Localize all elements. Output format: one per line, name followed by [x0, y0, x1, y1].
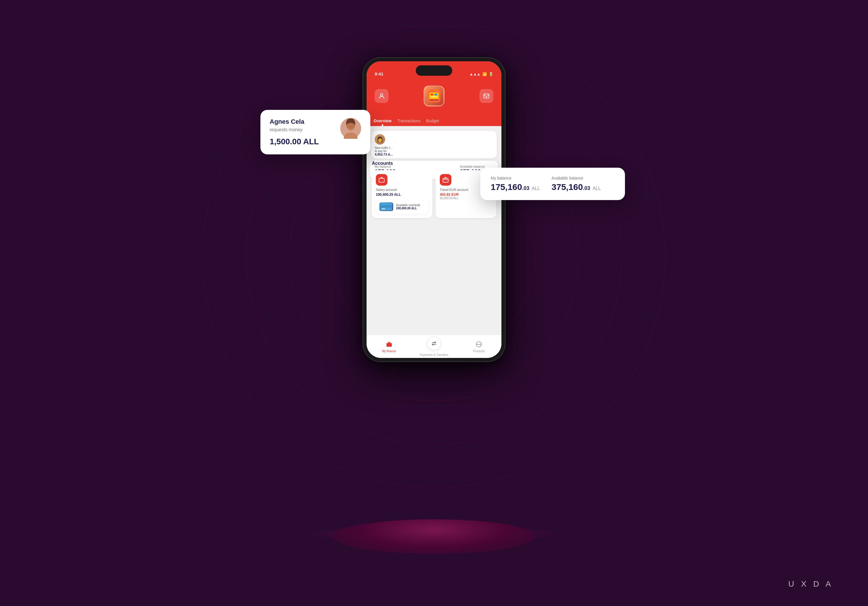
my-finance-icon — [385, 340, 393, 348]
phone-frame: 9:41 ▲▲▲ 📶 🔋 — [363, 58, 505, 362]
salary-account-amount: 100,400.25 ALL — [376, 193, 428, 196]
products-icon — [475, 340, 483, 348]
svg-point-0 — [380, 94, 383, 96]
floating-card-agnes: Agnes Cela requests money 1,500.00 ALL — [260, 110, 370, 155]
agnes-action: requests money — [270, 127, 336, 132]
balance-row: My balance 175,160.03 ALL Available bala… — [491, 176, 615, 192]
nav-my-finance-label: My finance — [382, 349, 396, 353]
overdraft-amount: 200,000.00 ALL — [396, 207, 420, 210]
profile-button[interactable] — [375, 89, 389, 103]
nav-products[interactable]: Products — [457, 340, 501, 353]
svg-rect-13 — [386, 343, 391, 347]
svg-rect-3 — [431, 94, 433, 96]
svg-rect-8 — [379, 178, 384, 182]
salary-account-card[interactable]: Salary account 100,400.25 ALL — [372, 170, 432, 218]
tab-budget[interactable]: Budget — [426, 119, 439, 126]
bottom-nav: My finance Payments & Transfers — [367, 335, 501, 358]
phone-header — [367, 79, 501, 113]
dynamic-island — [416, 65, 452, 76]
nav-center-transfer-button[interactable] — [427, 337, 441, 351]
my-balance-label: My balance — [491, 176, 540, 181]
nav-payments-label: Payments & Transfers — [420, 353, 448, 357]
uxda-logo: U X D A — [788, 580, 833, 589]
salary-account-name: Salary account — [376, 188, 428, 192]
svg-rect-6 — [429, 99, 439, 100]
svg-rect-10 — [380, 205, 392, 207]
travel-account-icon — [440, 174, 451, 186]
status-icons: ▲▲▲ 📶 🔋 — [469, 72, 493, 76]
message-button[interactable] — [479, 89, 493, 103]
svg-rect-5 — [431, 96, 437, 97]
available-balance-value: 375,160.03 ALL — [552, 182, 601, 192]
svg-rect-11 — [381, 208, 385, 209]
floating-card-balance: My balance 175,160.03 ALL Available bala… — [480, 168, 625, 200]
svg-rect-12 — [443, 178, 448, 182]
overdraft-card-image — [379, 203, 393, 211]
phone-wrapper: 9:41 ▲▲▲ 📶 🔋 — [350, 58, 518, 399]
account-cards-row: Salary account 100,400.25 ALL — [372, 170, 496, 218]
nav-my-finance[interactable]: My finance — [367, 340, 411, 353]
phone-screen: 9:41 ▲▲▲ 📶 🔋 — [367, 61, 501, 358]
notif-card: 👩 New traffic f... to pay for 4,952.73 A… — [371, 131, 497, 158]
overdraft-label: Available overdraft — [396, 204, 420, 207]
accounts-title: Accounts — [372, 161, 496, 166]
salary-account-icon — [376, 174, 388, 186]
agnes-name: Agnes Cela — [270, 118, 336, 125]
available-balance-label: Available balance — [552, 176, 601, 181]
notif-subtitle: to pay for — [375, 150, 493, 153]
tab-overview[interactable]: Overview — [374, 119, 391, 126]
available-balance-col: Available balance 375,160.03 ALL — [552, 176, 601, 192]
agnes-amount: 1,500.00 ALL — [270, 137, 336, 146]
svg-rect-2 — [429, 93, 439, 99]
nav-products-label: Products — [473, 349, 485, 353]
phone-tabs: Overview Transactions Budget — [367, 113, 501, 126]
nav-payments-wrapper: Payments & Transfers — [411, 337, 456, 357]
signal-icon: ▲▲▲ — [469, 72, 480, 76]
phone-content: 👩 New traffic f... to pay for 4,952.73 A… — [367, 126, 501, 335]
agnes-avatar — [340, 118, 361, 139]
center-banner-icon[interactable] — [423, 86, 445, 107]
pedestal — [333, 519, 535, 554]
my-balance-col: My balance 175,160.03 ALL — [491, 176, 540, 192]
overdraft-card: Available overdraft 200,000.00 ALL — [376, 199, 428, 214]
tab-transactions[interactable]: Transactions — [397, 119, 420, 126]
svg-rect-4 — [435, 94, 437, 96]
wifi-icon: 📶 — [482, 72, 487, 76]
notif-amount: 4,952.73 A... — [375, 153, 493, 156]
status-time: 9:41 — [375, 71, 383, 76]
battery-icon: 🔋 — [489, 72, 493, 76]
svg-rect-7 — [484, 94, 489, 98]
notif-title: New traffic f... — [375, 146, 493, 150]
my-balance-value: 175,160.03 ALL — [491, 182, 540, 192]
